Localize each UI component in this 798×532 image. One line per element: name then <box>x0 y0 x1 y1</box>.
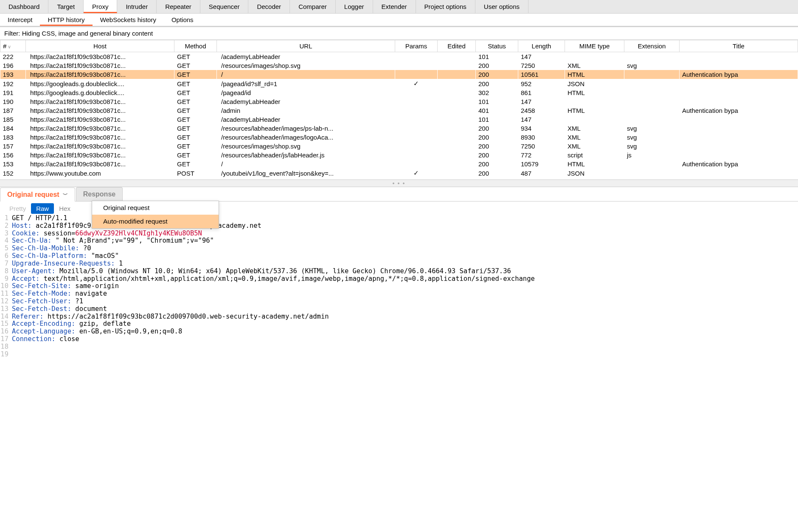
table-row[interactable]: 153https://ac2a1f8f1f09c93bc0871c...GET/… <box>0 160 798 168</box>
cell <box>395 97 438 106</box>
cell: 192 <box>0 79 26 88</box>
table-row[interactable]: 193https://ac2a1f8f1f09c93bc0871c...GET/… <box>0 70 798 79</box>
cell <box>680 151 798 160</box>
line-number: 14 <box>0 313 12 321</box>
cell: /resources/images/shop.svg <box>217 142 395 151</box>
main-tab-user-options[interactable]: User options <box>475 0 528 13</box>
cell: svg <box>624 142 680 151</box>
cell: 152 <box>0 168 26 178</box>
editor-line: 15Accept-Encoding: gzip, deflate <box>0 320 798 328</box>
cell: GET <box>174 79 217 88</box>
main-tab-extender[interactable]: Extender <box>373 0 416 13</box>
main-tab-intruder[interactable]: Intruder <box>117 0 157 13</box>
main-tab-comparer[interactable]: Comparer <box>290 0 336 13</box>
main-tab-proxy[interactable]: Proxy <box>84 0 117 13</box>
table-row[interactable]: 157https://ac2a1f8f1f09c93bc0871c...GET/… <box>0 142 798 151</box>
tab-response[interactable]: Response <box>76 187 123 201</box>
editor-line: 3Cookie: session=66dwyXvZ392Hlv4CNIgh1y4… <box>0 230 798 238</box>
cell: 147 <box>518 52 565 62</box>
editor-line: 4Sec-Ch-Ua: " Not A;Brand";v="99", "Chro… <box>0 237 798 245</box>
cell <box>438 133 476 142</box>
main-tabs: DashboardTargetProxyIntruderRepeaterSequ… <box>0 0 798 14</box>
col-header--[interactable]: #∨ <box>0 40 26 52</box>
cell: 191 <box>0 88 26 97</box>
cell: /resources/labheader/images/ps-lab-n... <box>217 124 395 133</box>
col-header-title[interactable]: Title <box>680 40 798 52</box>
cell <box>624 106 680 115</box>
tab-original-request[interactable]: Original request ﹀ <box>0 188 75 202</box>
cell: 10561 <box>518 70 565 79</box>
table-row[interactable]: 222https://ac2a1f8f1f09c93bc0871c...GET/… <box>0 52 798 62</box>
main-tab-sequencer[interactable]: Sequencer <box>200 0 249 13</box>
cell: XML <box>565 61 624 70</box>
main-tab-dashboard[interactable]: Dashboard <box>0 0 48 13</box>
editor-line: 7Upgrade-Insecure-Requests: 1 <box>0 260 798 268</box>
col-header-length[interactable]: Length <box>518 40 565 52</box>
cell <box>565 97 624 106</box>
table-row[interactable]: 185https://ac2a1f8f1f09c93bc0871c...GET/… <box>0 115 798 124</box>
col-header-params[interactable]: Params <box>395 40 438 52</box>
cell: / <box>217 160 395 168</box>
cell: /resources/labheader/images/logoAca... <box>217 133 395 142</box>
cell: ✓ <box>395 168 438 178</box>
col-header-mime-type[interactable]: MIME type <box>565 40 624 52</box>
table-row[interactable]: 191https://googleads.g.doubleclick....GE… <box>0 88 798 97</box>
sub-tab-http-history[interactable]: HTTP history <box>40 14 92 26</box>
split-handle[interactable]: ● ● ● <box>0 179 798 187</box>
main-tab-repeater[interactable]: Repeater <box>157 0 200 13</box>
col-header-host[interactable]: Host <box>26 40 174 52</box>
cell <box>438 97 476 106</box>
request-editor[interactable]: 1GET / HTTP/1.12Host: ac2a1f8f1f09c93bc0… <box>0 214 798 358</box>
cell: 184 <box>0 124 26 133</box>
cell <box>395 124 438 133</box>
col-header-edited[interactable]: Edited <box>438 40 476 52</box>
main-tab-target[interactable]: Target <box>48 0 84 13</box>
table-row[interactable]: 196https://ac2a1f8f1f09c93bc0871c...GET/… <box>0 61 798 70</box>
cell <box>438 106 476 115</box>
cell <box>680 142 798 151</box>
cell: https://ac2a1f8f1f09c93bc0871c... <box>26 52 174 62</box>
col-header-status[interactable]: Status <box>476 40 518 52</box>
col-header-url[interactable]: URL <box>217 40 395 52</box>
cell: GET <box>174 52 217 62</box>
view-tab-pretty[interactable]: Pretty <box>4 203 31 214</box>
line-content: Accept-Encoding: gzip, deflate <box>12 320 131 328</box>
sub-tab-options[interactable]: Options <box>164 14 201 26</box>
chevron-down-icon[interactable]: ﹀ <box>63 191 68 199</box>
cell: /resources/images/shop.svg <box>217 61 395 70</box>
line-number: 7 <box>0 260 12 268</box>
table-row[interactable]: 152https://www.youtube.comPOST/youtubei/… <box>0 168 798 178</box>
cell: https://ac2a1f8f1f09c93bc0871c... <box>26 151 174 160</box>
cell: /resources/labheader/js/labHeader.js <box>217 151 395 160</box>
sub-tab-websockets-history[interactable]: WebSockets history <box>93 14 164 26</box>
col-header-extension[interactable]: Extension <box>624 40 680 52</box>
table-row[interactable]: 184https://ac2a1f8f1f09c93bc0871c...GET/… <box>0 124 798 133</box>
editor-line: 10Sec-Fetch-Site: same-origin <box>0 283 798 290</box>
cell <box>438 88 476 97</box>
cell: script <box>565 151 624 160</box>
main-tab-project-options[interactable]: Project options <box>416 0 475 13</box>
dropdown-item-original-request[interactable]: Original request <box>92 201 219 215</box>
cell: https://ac2a1f8f1f09c93bc0871c... <box>26 133 174 142</box>
line-number: 18 <box>0 343 12 351</box>
cell: 190 <box>0 97 26 106</box>
cell: GET <box>174 133 217 142</box>
check-icon: ✓ <box>413 80 419 87</box>
table-row[interactable]: 187https://ac2a1f8f1f09c93bc0871c...GET/… <box>0 106 798 115</box>
view-tab-hex[interactable]: Hex <box>54 203 76 214</box>
col-header-method[interactable]: Method <box>174 40 217 52</box>
main-tab-decoder[interactable]: Decoder <box>248 0 290 13</box>
dropdown-item-auto-modified-request[interactable]: Auto-modified request <box>92 215 219 228</box>
table-row[interactable]: 156https://ac2a1f8f1f09c93bc0871c...GET/… <box>0 151 798 160</box>
cell: 934 <box>518 124 565 133</box>
table-row[interactable]: 183https://ac2a1f8f1f09c93bc0871c...GET/… <box>0 133 798 142</box>
cell: https://googleads.g.doubleclick.... <box>26 79 174 88</box>
table-row[interactable]: 190https://ac2a1f8f1f09c93bc0871c...GET/… <box>0 97 798 106</box>
cell: 147 <box>518 115 565 124</box>
table-row[interactable]: 192https://googleads.g.doubleclick....GE… <box>0 79 798 88</box>
sub-tab-intercept[interactable]: Intercept <box>0 14 40 26</box>
main-tab-logger[interactable]: Logger <box>336 0 373 13</box>
view-tab-raw[interactable]: Raw <box>31 203 54 214</box>
filter-bar[interactable]: Filter: Hiding CSS, image and general bi… <box>0 26 798 40</box>
cell: GET <box>174 70 217 79</box>
